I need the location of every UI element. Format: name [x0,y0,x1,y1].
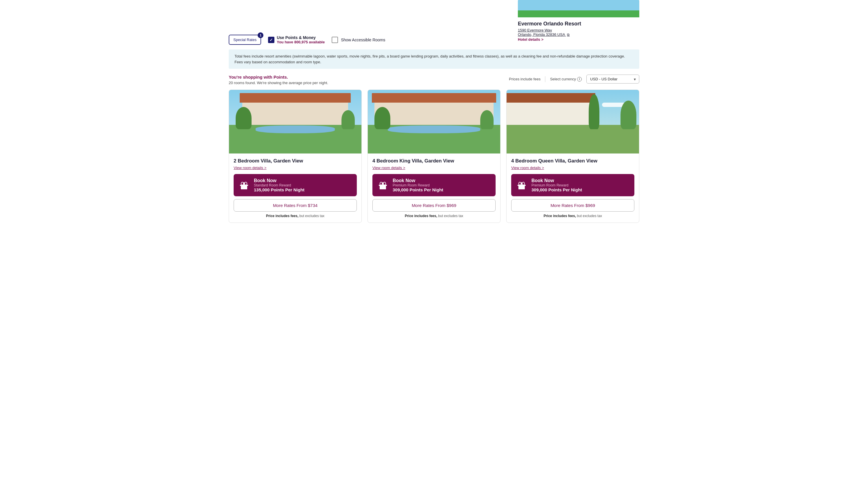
shopping-header: You're shopping with Points. 20 rooms fo… [229,74,639,85]
room-image-1 [368,90,500,154]
room-body-0: 2 Bedroom Villa, Garden View View room d… [229,154,362,223]
use-points-label: Use Points & Money [277,35,316,40]
price-note-0: Price includes fees, but excludes tax [234,214,357,218]
external-link-icon: ⧉ [567,33,569,37]
svg-point-16 [522,182,525,185]
more-rates-button-1[interactable]: More Rates From $969 [372,199,496,212]
price-note-2: Price includes fees, but excludes tax [511,214,634,218]
accessible-rooms-label: Show Accessible Rooms [341,38,385,42]
room-image-2 [506,90,639,154]
room-title-1: 4 Bedroom King Villa, Garden View [372,158,496,164]
price-note-1: Price includes fees, but excludes tax [372,214,496,218]
accessible-section: Show Accessible Rooms [332,37,385,43]
more-rates-button-2[interactable]: More Rates From $969 [511,199,634,212]
room-card: 2 Bedroom Villa, Garden View View room d… [229,90,362,223]
svg-point-15 [519,182,521,185]
view-room-link-1[interactable]: View room details > [372,166,496,170]
hotel-address-line1[interactable]: 1590 Evermore Way [518,28,639,32]
view-room-link-2[interactable]: View room details > [511,166,634,170]
room-card-1: 4 Bedroom King Villa, Garden View View r… [368,90,500,223]
special-rates-button[interactable]: Special Rates 1 [229,35,261,45]
rooms-found-text: 20 rooms found. We're showing the averag… [229,81,328,85]
currency-select-wrapper: USD - US Dollar EUR - Euro GBP - British… [586,74,639,84]
shopping-left: You're shopping with Points. 20 rooms fo… [229,74,328,85]
hotel-name: Evermore Orlando Resort [518,21,639,27]
currency-select[interactable]: USD - US Dollar EUR - Euro GBP - British… [586,74,639,84]
room-card-2: 4 Bedroom Queen Villa, Garden View View … [506,90,639,223]
points-per-night-0: 135,000 Points Per Night [254,187,305,192]
reward-type-0: Standard Room Reward [254,183,305,187]
book-now-button-2[interactable]: Book Now Premium Room Reward 309,000 Poi… [511,174,634,196]
more-rates-button-0[interactable]: More Rates From $734 [234,199,357,212]
book-now-button-0[interactable]: Book Now Standard Room Reward 135,000 Po… [234,174,357,196]
svg-point-10 [383,182,386,185]
use-points-section: Use Points & Money You have 800,975 avai… [268,35,325,44]
book-now-button-1[interactable]: Book Now Premium Room Reward 309,000 Poi… [372,174,496,196]
room-body-1: 4 Bedroom King Villa, Garden View View r… [368,154,500,223]
accessible-rooms-checkbox[interactable] [332,37,338,43]
hotel-details-link[interactable]: Hotel details > [518,37,544,42]
gift-icon-0 [238,180,250,191]
room-body-2: 4 Bedroom Queen Villa, Garden View View … [506,154,639,223]
view-room-link-0[interactable]: View room details > [234,166,357,170]
points-available: You have 800,975 available [277,40,325,44]
points-per-night-1: 309,000 Points Per Night [393,187,443,192]
hotel-address-line2[interactable]: Orlando, Florida 32836 USA ⧉ [518,32,639,37]
book-now-label-0: Book Now [254,178,305,183]
hotel-image [518,0,639,17]
use-points-checkbox[interactable] [268,37,274,43]
svg-point-3 [241,182,244,185]
shopping-with-points: You're shopping with Points. [229,74,328,79]
room-title-0: 2 Bedroom Villa, Garden View [234,158,357,164]
gift-icon-1 [377,180,389,191]
room-title-2: 4 Bedroom Queen Villa, Garden View [511,158,634,164]
info-banner: Total fees include resort amenities (swi… [229,50,639,69]
rooms-grid: 2 Bedroom Villa, Garden View View room d… [229,90,639,223]
svg-point-4 [245,182,247,185]
svg-point-9 [380,182,382,185]
reward-type-1: Premium Room Reward [393,183,443,187]
shopping-right: Prices include fees Select currency i US… [509,74,639,84]
special-rates-badge: 1 [258,32,264,38]
hotel-info-panel: Evermore Orlando Resort 1590 Evermore Wa… [518,0,639,42]
hotel-details-box: Evermore Orlando Resort 1590 Evermore Wa… [518,17,639,42]
prices-include-fees: Prices include fees [509,77,540,81]
select-currency-label: Select currency i [550,77,582,82]
points-per-night-2: 309,000 Points Per Night [531,187,582,192]
info-icon[interactable]: i [577,77,582,82]
gift-icon-2 [516,180,527,191]
book-now-label-2: Book Now [531,178,582,183]
room-image-0 [229,90,362,154]
reward-type-2: Premium Room Reward [531,183,582,187]
book-now-label-1: Book Now [393,178,443,183]
